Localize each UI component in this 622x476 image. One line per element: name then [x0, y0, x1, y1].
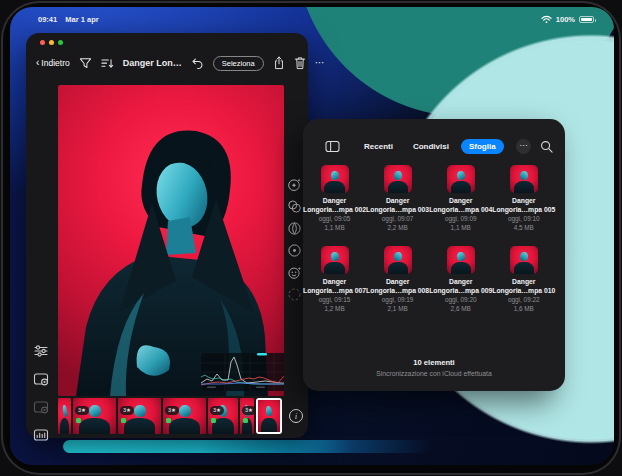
file-thumbnail [321, 165, 349, 193]
file-thumbnail [384, 165, 412, 193]
sort-icon[interactable] [101, 57, 114, 70]
rating-badge: 3★ [165, 406, 179, 415]
filmstrip-thumb[interactable] [58, 398, 71, 434]
minimize-window-dot[interactable] [49, 40, 54, 45]
zoom-window-dot[interactable] [58, 40, 63, 45]
file-item[interactable]: Danger Longoria…mpa 007 oggi, 09:15 1,2 … [303, 246, 366, 313]
file-name-line1: Danger [386, 197, 409, 206]
editor-toolbar: ‹ Indietro Danger Lon… Seleziona [26, 49, 308, 77]
exposure-icon[interactable] [287, 243, 302, 258]
file-name-line2: Longoria…mpa 003 [366, 206, 429, 215]
back-label: Indietro [41, 58, 69, 68]
file-name-line2: Longoria…mpa 007 [303, 287, 366, 296]
frame-icon[interactable] [33, 427, 49, 443]
file-date: oggi, 09:10 [508, 214, 540, 223]
undo-icon[interactable] [191, 57, 204, 70]
file-item[interactable]: Danger Longoria…mpa 009 oggi, 09:20 2,6 … [429, 246, 492, 313]
files-panel: Recenti Condivisi Sfoglia ⋯ [303, 119, 565, 391]
file-name-line1: Danger [323, 278, 346, 287]
portrait-figure [58, 85, 284, 396]
ipad-device: 09:41 Mar 1 apr 100% [0, 0, 622, 476]
file-item[interactable]: Danger Longoria…mpa 010 oggi, 09:22 1,6 … [492, 246, 555, 313]
files-tab[interactable]: Recenti [356, 139, 401, 154]
file-date: oggi, 09:07 [382, 214, 414, 223]
thumb-image [58, 398, 71, 434]
file-thumbnail [447, 165, 475, 193]
enhance-icon[interactable] [287, 177, 302, 192]
back-button[interactable]: ‹ Indietro [36, 58, 70, 68]
chevron-left-icon: ‹ [36, 58, 39, 68]
status-time-date: 09:41 Mar 1 apr [38, 15, 105, 24]
export-preset-icon[interactable] [33, 371, 49, 387]
file-item[interactable]: Danger Longoria…mpa 004 oggi, 09:09 1,1 … [429, 165, 492, 232]
search-icon[interactable] [540, 140, 553, 153]
file-name-line1: Danger [449, 278, 472, 287]
file-size: 1,1 MB [324, 223, 344, 232]
file-size: 2,2 MB [387, 223, 407, 232]
window-controls[interactable] [40, 40, 63, 45]
file-thumbnail [447, 246, 475, 274]
file-thumbnail [510, 165, 538, 193]
editor-window: ‹ Indietro Danger Lon… Seleziona [26, 33, 308, 438]
file-name-line1: Danger [449, 197, 472, 206]
file-thumbnail [384, 246, 412, 274]
tune-icon[interactable] [33, 343, 49, 359]
adjust-icon[interactable] [287, 221, 302, 236]
filmstrip-thumb[interactable]: 3★ [118, 398, 161, 434]
file-item[interactable]: Danger Longoria…mpa 002 oggi, 09:05 1,1 … [303, 165, 366, 232]
info-icon[interactable] [289, 409, 303, 423]
thumb-image [118, 398, 161, 434]
rating-badge: 3★ [75, 406, 89, 415]
rating-badge: 3★ [120, 406, 134, 415]
status-time: 09:41 [38, 15, 57, 24]
file-size: 1,6 MB [514, 304, 534, 313]
retouch-icon[interactable] [287, 265, 302, 280]
file-item[interactable]: Danger Longoria…mpa 008 oggi, 09:19 2,1 … [366, 246, 429, 313]
file-name-line1: Danger [512, 197, 535, 206]
device-bezel: 09:41 Mar 1 apr 100% [1, 1, 621, 475]
share-icon[interactable] [273, 56, 285, 70]
mask-icon[interactable] [287, 287, 302, 302]
screen-wallpaper: 09:41 Mar 1 apr 100% [10, 7, 614, 465]
file-size: 2,6 MB [451, 304, 471, 313]
file-name-line1: Danger [512, 278, 535, 287]
filmstrip-thumb[interactable] [256, 398, 282, 434]
file-name-line2: Longoria…mpa 010 [492, 287, 555, 296]
file-name-line2: Longoria…mpa 005 [492, 206, 555, 215]
status-bar: 09:41 Mar 1 apr 100% [10, 12, 614, 26]
filmstrip-thumb[interactable]: 3★ [163, 398, 206, 434]
copy-edits-icon[interactable] [33, 399, 49, 415]
file-size: 1,2 MB [324, 304, 344, 313]
select-button[interactable]: Seleziona [213, 56, 264, 71]
file-thumbnail [321, 246, 349, 274]
file-thumbnail [510, 246, 538, 274]
files-tab[interactable]: Condivisi [405, 139, 457, 154]
thumb-image [240, 398, 254, 434]
file-item[interactable]: Danger Longoria…mpa 003 oggi, 09:07 2,2 … [366, 165, 429, 232]
file-date: oggi, 09:20 [445, 295, 477, 304]
filters-icon[interactable] [287, 199, 302, 214]
files-tab-bar: Recenti Condivisi Sfoglia ⋯ [303, 133, 565, 159]
file-item[interactable]: Danger Longoria…mpa 005 oggi, 09:10 4,5 … [492, 165, 555, 232]
files-tabs: Recenti Condivisi Sfoglia [356, 139, 508, 154]
filmstrip-thumb[interactable]: 3★ [240, 398, 254, 434]
flag-indicator [243, 418, 248, 423]
document-title: Danger Lon… [123, 58, 182, 68]
file-date: oggi, 09:15 [319, 295, 351, 304]
thumb-image [163, 398, 206, 434]
icloud-sync-status: Sincronizzazione con iCloud effettuata [303, 370, 565, 377]
photo-canvas[interactable] [58, 85, 284, 396]
wallpaper-glow [63, 440, 521, 453]
status-date: Mar 1 apr [65, 15, 98, 24]
trash-icon[interactable] [294, 56, 306, 70]
filmstrip-thumb[interactable]: 3★ [208, 398, 238, 434]
panel-more-icon[interactable]: ⋯ [516, 139, 531, 154]
file-size: 1,1 MB [451, 223, 471, 232]
file-size: 2,1 MB [387, 304, 407, 313]
filter-icon[interactable] [79, 57, 92, 70]
filmstrip-thumb[interactable]: 3★ [73, 398, 116, 434]
sidebar-toggle-icon[interactable] [325, 140, 340, 153]
flag-indicator [211, 418, 216, 423]
files-tab[interactable]: Sfoglia [461, 139, 504, 154]
close-window-dot[interactable] [40, 40, 45, 45]
